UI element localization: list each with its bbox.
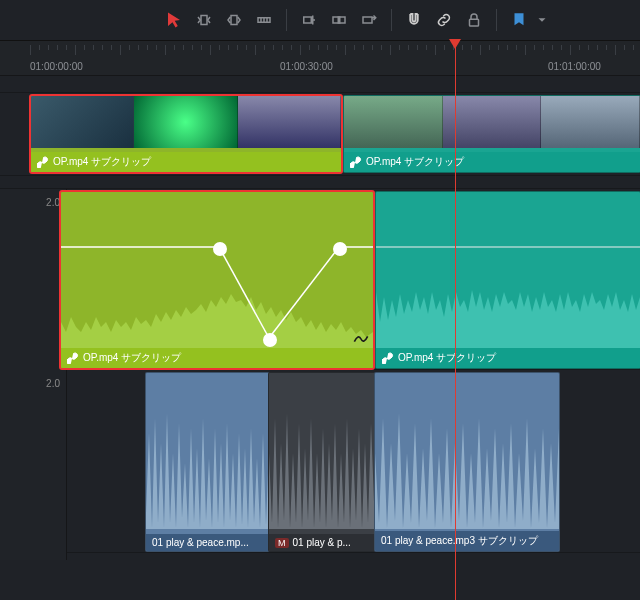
waveform bbox=[61, 192, 373, 348]
link-icon bbox=[37, 156, 49, 168]
clip-label: OP.mp4 サブクリップ bbox=[376, 348, 640, 368]
keyframe[interactable] bbox=[263, 333, 277, 347]
clip-thumbnails bbox=[31, 96, 341, 148]
clip-label: OP.mp4 サブクリップ bbox=[31, 152, 341, 172]
track-header[interactable]: 2.0 bbox=[0, 189, 67, 377]
overwrite-clip-icon[interactable] bbox=[325, 6, 353, 34]
trim-out-tool-icon[interactable] bbox=[220, 6, 248, 34]
video-clip[interactable]: OP.mp4 サブクリップ bbox=[343, 95, 640, 173]
trim-in-tool-icon[interactable] bbox=[190, 6, 218, 34]
keyframe[interactable] bbox=[213, 242, 227, 256]
track-spacer bbox=[0, 176, 640, 189]
waveform bbox=[376, 192, 640, 348]
svg-rect-6 bbox=[304, 17, 312, 23]
marker-icon[interactable] bbox=[505, 6, 533, 34]
waveform bbox=[269, 373, 375, 529]
curve-editor-icon[interactable] bbox=[353, 332, 369, 346]
clip-label: 01 play & peace.mp... bbox=[146, 534, 269, 551]
clip-label: M 01 play & p... bbox=[269, 534, 375, 551]
keyframe[interactable] bbox=[333, 242, 347, 256]
waveform bbox=[375, 373, 559, 529]
link-icon bbox=[350, 156, 362, 168]
replace-clip-icon[interactable] bbox=[355, 6, 383, 34]
marker-badge: M bbox=[275, 538, 289, 548]
audio-clip[interactable]: OP.mp4 サブクリップ bbox=[375, 191, 640, 369]
timecode-label: 01:01:00:00 bbox=[548, 61, 601, 72]
link-toggle-icon[interactable] bbox=[430, 6, 458, 34]
clip-label: 01 play & peace.mp3 サブクリップ bbox=[375, 531, 559, 551]
blade-tool-icon[interactable] bbox=[250, 6, 278, 34]
audio-clip[interactable]: OP.mp4 サブクリップ bbox=[60, 191, 374, 369]
audio-clip[interactable]: 01 play & peace.mp3 サブクリップ bbox=[374, 372, 560, 552]
link-icon bbox=[382, 352, 394, 364]
audio-clip[interactable]: M 01 play & p... bbox=[268, 372, 376, 552]
audio-track[interactable]: 2.0 01 play & peace.mp... M 01 play & p.… bbox=[0, 370, 640, 553]
pointer-tool-icon[interactable] bbox=[160, 6, 188, 34]
svg-rect-9 bbox=[363, 17, 372, 23]
snap-icon[interactable] bbox=[400, 6, 428, 34]
playhead[interactable] bbox=[455, 40, 456, 600]
toolbar-separator bbox=[496, 9, 497, 31]
toolbar-separator bbox=[286, 9, 287, 31]
svg-rect-1 bbox=[231, 16, 237, 25]
video-clip[interactable]: OP.mp4 サブクリップ bbox=[30, 95, 342, 173]
lock-icon[interactable] bbox=[460, 6, 488, 34]
svg-rect-10 bbox=[470, 19, 479, 26]
audio-clip[interactable]: 01 play & peace.mp... bbox=[145, 372, 270, 552]
video-track[interactable]: OP.mp4 サブクリップ OP.mp4 サブクリップ bbox=[0, 93, 640, 176]
insert-clip-icon[interactable] bbox=[295, 6, 323, 34]
timecode-label: 01:00:00:00 bbox=[30, 61, 83, 72]
audio-track[interactable]: 2.0 OP.mp4 サブクリップ bbox=[0, 189, 640, 370]
clip-label: OP.mp4 サブクリップ bbox=[344, 152, 640, 172]
timeline-tracks: OP.mp4 サブクリップ OP.mp4 サブクリップ 2.0 bbox=[0, 74, 640, 600]
link-icon bbox=[67, 352, 79, 364]
track-spacer bbox=[0, 74, 640, 93]
clip-thumbnails bbox=[344, 96, 640, 148]
timeline-ruler[interactable]: 01:00:00:00 01:00:30:00 01:01:00:00 bbox=[0, 40, 640, 76]
track-header[interactable]: 2.0 bbox=[0, 370, 67, 560]
toolbar-separator bbox=[391, 9, 392, 31]
clip-label: OP.mp4 サブクリップ bbox=[61, 348, 373, 368]
marker-dropdown-icon[interactable] bbox=[535, 6, 549, 34]
timecode-label: 01:00:30:00 bbox=[280, 61, 333, 72]
waveform bbox=[146, 373, 269, 529]
toolbar bbox=[0, 0, 640, 40]
svg-rect-0 bbox=[201, 16, 207, 25]
